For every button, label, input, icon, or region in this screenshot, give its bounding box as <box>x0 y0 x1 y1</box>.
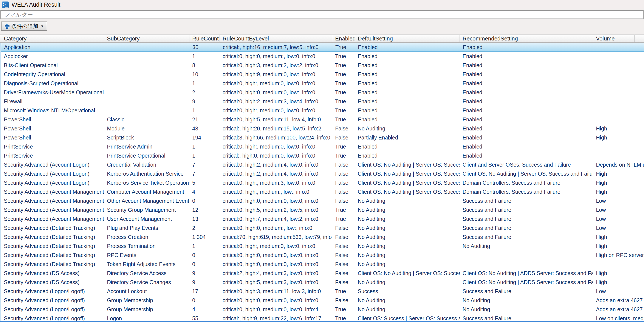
table-row[interactable]: Diagnosis-Scripted Operational1critical:… <box>1 79 644 88</box>
cell-recommendedsetting: Enabled <box>460 124 593 133</box>
cell-rulecount: 9 <box>190 268 220 278</box>
table-row[interactable]: Security Advanced (DS Access)Directory S… <box>1 268 644 278</box>
cell-defaultsetting: Client OS: No Auditing | Server OS: Succ… <box>355 160 460 169</box>
cell-rulecountbylevel: critical:3, high:66, medium:100, low:24,… <box>220 133 332 142</box>
cell-subcategory: Kerberos Authentication Service <box>104 169 190 178</box>
cell-enabled: False <box>332 232 355 242</box>
powershell-icon: > <box>2 2 8 8</box>
table-row[interactable]: Security Advanced (Account Logon)Credent… <box>1 160 644 169</box>
cell-volume: High <box>593 169 644 178</box>
filter-input[interactable]: フィルター <box>0 10 644 19</box>
cell-volume: High <box>593 278 644 287</box>
table-row[interactable]: Security Advanced (Account Management)Ot… <box>1 196 644 205</box>
cell-rulecountbylevel: critical:0, high:5, medium:2, low:5, inf… <box>220 205 332 214</box>
cell-rulecountbylevel: critical:, high:16, medium:7, low:5, inf… <box>220 43 332 52</box>
table-row[interactable]: Security Advanced (DS Access)Directory S… <box>1 278 644 287</box>
table-row[interactable]: PowerShellModule43critical:, high:20, me… <box>1 124 644 133</box>
table-row[interactable]: Applocker1critical:0, high:0, medium:, l… <box>1 52 644 61</box>
cell-recommendedsetting: Enabled <box>460 88 593 97</box>
header-cell-rulecount[interactable]: RuleCount <box>190 35 220 42</box>
cell-defaultsetting: Enabled <box>355 88 460 97</box>
cell-rulecount: 10 <box>190 70 220 79</box>
cell-recommendedsetting: Enabled <box>460 79 593 88</box>
header-cell-subcategory[interactable]: SubCategory <box>104 35 190 42</box>
cell-subcategory <box>104 52 190 61</box>
table-row[interactable]: Security Advanced (Account Logon)Kerbero… <box>1 178 644 187</box>
cell-subcategory: Group Membership <box>104 305 190 314</box>
table-row[interactable]: DriverFrameworks-UserMode Operational2cr… <box>1 88 644 97</box>
header-cell-category[interactable]: Category <box>1 35 104 42</box>
cell-rulecount: 30 <box>190 43 220 52</box>
cell-enabled: True <box>332 106 355 115</box>
cell-recommendedsetting: Enabled <box>460 151 593 160</box>
cell-category: Security Advanced (DS Access) <box>1 268 104 278</box>
cell-enabled: False <box>332 250 355 260</box>
table-row[interactable]: Application30critical:, high:16, medium:… <box>1 42 644 52</box>
cell-rulecountbylevel: critical:0, high:0, medium:, low:, info:… <box>220 224 332 232</box>
cell-volume: High <box>593 124 644 133</box>
header-cell-rulecountbylevel[interactable]: RuleCountByLevel <box>220 35 332 42</box>
chevron-down-icon: ▼ <box>41 24 44 28</box>
cell-subcategory: Token Right Adjusted Events <box>104 260 190 268</box>
table-row[interactable]: Security Advanced (Detailed Tracking)Plu… <box>1 224 644 232</box>
cell-volume <box>594 43 644 52</box>
table-row[interactable]: PrintServicePrintService Operational1cri… <box>1 151 644 160</box>
cell-subcategory <box>104 97 190 106</box>
cell-recommendedsetting: Client OS: No Auditing | Server OS: Succ… <box>460 169 593 178</box>
header-cell-recommendedsetting[interactable]: RecommendedSetting <box>460 35 593 42</box>
table-row[interactable]: Security Advanced (Logon/Logoff)Group Me… <box>1 296 644 305</box>
table-row[interactable]: Security Advanced (Account Logon)Kerbero… <box>1 169 644 178</box>
cell-volume <box>593 61 644 70</box>
cell-rulecountbylevel: critical:0, high:0, medium:0, low:0, inf… <box>220 305 332 314</box>
cell-volume: High <box>593 242 644 250</box>
cell-volume: Adds an extra 4627 ev <box>593 305 644 314</box>
cell-category: PowerShell <box>1 124 104 133</box>
table-row[interactable]: PowerShellClassic21critical:0, high:5, m… <box>1 115 644 124</box>
header-cell-volume[interactable]: Volume <box>593 35 634 42</box>
table-row[interactable]: Security Advanced (Detailed Tracking)Pro… <box>1 232 644 242</box>
cell-enabled: False <box>332 187 355 196</box>
header-cell-defaultsetting[interactable]: DefaultSetting <box>355 35 460 42</box>
cell-volume <box>593 70 644 79</box>
cell-enabled: True <box>332 52 355 61</box>
cell-category: Security Advanced (Detailed Tracking) <box>1 242 104 250</box>
cell-category: Security Advanced (Account Management) <box>1 214 104 224</box>
table-row[interactable]: Security Advanced (Detailed Tracking)Tok… <box>1 260 644 268</box>
cell-subcategory <box>104 106 190 115</box>
table-row[interactable]: PrintServicePrintService Admin1critical:… <box>1 142 644 151</box>
cell-rulecountbylevel: critical:0, high:, medium:, low:, info:0 <box>220 187 332 196</box>
table-row[interactable]: Security Advanced (Detailed Tracking)Pro… <box>1 242 644 250</box>
cell-category: DriverFrameworks-UserMode Operational <box>1 88 104 97</box>
table-row[interactable]: CodeIntegrity Operational10critical:0, h… <box>1 70 644 79</box>
table-row[interactable]: Security Advanced (Logon/Logoff)Account … <box>1 287 644 296</box>
cell-rulecount: 194 <box>190 133 220 142</box>
table-row[interactable]: Security Advanced (Account Management)Se… <box>1 205 644 214</box>
add-criteria-button[interactable]: 条件の追加 ▼ <box>1 22 47 30</box>
table-row[interactable]: Bits-Client Operational8critical:0, high… <box>1 61 644 70</box>
cell-rulecountbylevel: critical:0, high:0, medium:0, low:, info… <box>220 88 332 97</box>
cell-rulecount: 1 <box>190 151 220 160</box>
cell-rulecountbylevel: critical:70, high:619, medium:533, low:7… <box>220 232 332 242</box>
cell-subcategory: Account Lockout <box>104 287 190 296</box>
table-row[interactable]: Microsoft-Windows-NTLM/Operational1criti… <box>1 106 644 115</box>
table-row[interactable]: Firewall9critical:0, high:2, medium:3, l… <box>1 97 644 106</box>
table-row[interactable]: Security Advanced (Detailed Tracking)RPC… <box>1 250 644 260</box>
cell-rulecountbylevel: critical:, high:20, medium:15, low:5, in… <box>220 124 332 133</box>
cell-volume <box>593 115 644 124</box>
cell-volume <box>593 79 644 88</box>
cell-subcategory: Other Account Management Events <box>104 196 190 205</box>
cell-rulecountbylevel: critical:0, high:0, medium:0, low:0, inf… <box>220 260 332 268</box>
cell-rulecount: 12 <box>190 205 220 214</box>
cell-subcategory: Credential Validation <box>104 160 190 169</box>
cell-category: Security Advanced (Account Logon) <box>1 160 104 169</box>
table-row[interactable]: Security Advanced (Logon/Logoff)Group Me… <box>1 305 644 314</box>
cell-enabled: True <box>332 115 355 124</box>
table-row[interactable]: Security Advanced (Account Management)Us… <box>1 214 644 224</box>
cell-subcategory: Computer Account Management <box>104 187 190 196</box>
table-row[interactable]: PowerShellScriptBlock194critical:3, high… <box>1 133 644 142</box>
cell-defaultsetting: Enabled <box>355 115 460 124</box>
table-row[interactable]: Security Advanced (Account Management)Co… <box>1 187 644 196</box>
header-cell-enabled[interactable]: Enabled <box>332 35 355 42</box>
cell-volume: High <box>593 178 644 187</box>
cell-category: Bits-Client Operational <box>1 61 104 70</box>
